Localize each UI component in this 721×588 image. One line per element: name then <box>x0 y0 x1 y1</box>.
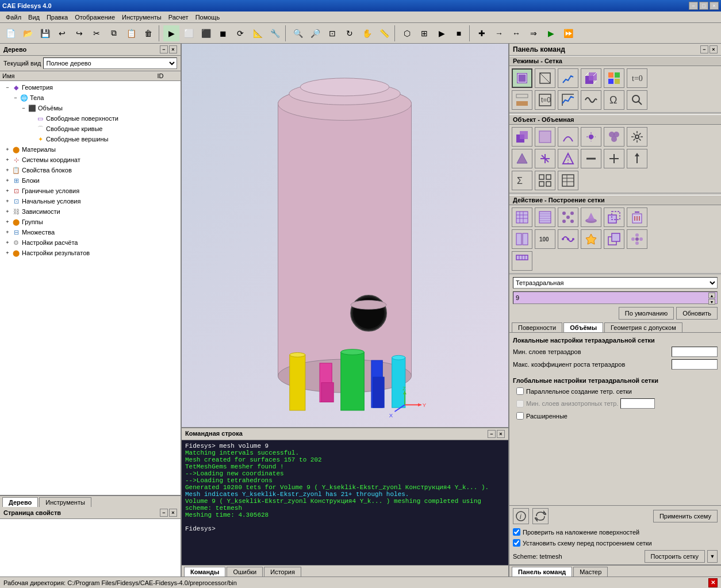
tree-item-bodies[interactable]: − 🌐 Тела <box>1 93 179 103</box>
tree-item-groups[interactable]: + ⬤ Группы <box>1 217 179 227</box>
close-button[interactable]: × <box>710 2 719 10</box>
set-scheme-checkbox[interactable] <box>513 539 520 547</box>
menu-calc[interactable]: Расчет <box>165 13 192 22</box>
mode-table-btn[interactable]: t=0 <box>535 90 555 110</box>
menu-help[interactable]: Помощь <box>192 13 224 22</box>
cmd-minimize-btn[interactable]: − <box>488 430 496 438</box>
act-quality-btn[interactable] <box>581 229 601 249</box>
tb-copy[interactable]: ⧉ <box>106 25 122 41</box>
mode-color-btn[interactable] <box>604 68 624 88</box>
tb-play[interactable]: ▶ <box>543 25 559 41</box>
menu-file[interactable]: Файл <box>2 13 25 22</box>
footer-tab-master[interactable]: Мастер <box>573 567 608 577</box>
expand-results[interactable]: + <box>3 249 11 257</box>
advanced-checkbox[interactable] <box>516 412 524 420</box>
tree-item-free-curves[interactable]: ⌒ Свободные кривые <box>1 124 179 134</box>
obj-line-btn[interactable] <box>581 149 601 168</box>
tb-save[interactable]: 💾 <box>37 25 53 41</box>
tree-item-sets[interactable]: + ⊟ Множества <box>1 227 179 237</box>
max-growth-input[interactable] <box>672 359 718 370</box>
obj-sigma-btn[interactable]: Σ <box>512 171 532 190</box>
tb-measure[interactable]: 📏 <box>376 25 392 41</box>
min-aniso-input[interactable] <box>620 398 655 409</box>
act-smooth-btn[interactable] <box>558 229 578 249</box>
tree-item-initial[interactable]: + ⊡ Начальные условия <box>1 196 179 206</box>
tb-paste[interactable]: 📋 <box>123 25 139 41</box>
tb-run[interactable]: ▶ <box>434 25 450 41</box>
act-bar-btn[interactable] <box>512 251 532 271</box>
tb-select[interactable]: ▶ <box>163 25 179 41</box>
tb-cut[interactable]: ✂ <box>89 25 105 41</box>
tree-item-free-vertices[interactable]: ✦ Свободные вершины <box>1 134 179 144</box>
menu-tools[interactable]: Инструменты <box>118 13 165 22</box>
tab-tree[interactable]: Дерево <box>2 497 38 507</box>
expand-sets[interactable]: + <box>3 228 11 236</box>
obj-curve-btn[interactable] <box>558 127 578 147</box>
tree-item-dependencies[interactable]: + ⛓ Зависимости <box>1 206 179 217</box>
tree-item-materials[interactable]: + ⬤ Материалы <box>1 144 179 155</box>
parallel-checkbox[interactable] <box>516 387 524 395</box>
obj-table2-btn[interactable] <box>558 171 578 190</box>
tb-btn2[interactable]: ⬜ <box>181 25 197 41</box>
refresh-btn[interactable] <box>532 508 549 524</box>
act-copy-mesh-btn[interactable] <box>604 207 624 227</box>
check-overlap-checkbox[interactable] <box>513 528 520 536</box>
right-close-btn[interactable]: × <box>710 45 718 53</box>
tree-item-free-surfaces[interactable]: ▭ Свободные поверхности <box>1 113 179 124</box>
obj-grid-btn[interactable] <box>535 171 555 190</box>
tree-item-block-props[interactable]: + 📋 Свойства блоков <box>1 165 179 175</box>
build-mesh-btn[interactable]: Построить сетку <box>645 550 705 563</box>
obj-tetra-btn[interactable] <box>512 149 532 168</box>
tree-item-result-settings[interactable]: + ⬤ Настройки результатов <box>1 248 179 258</box>
tb-fast[interactable]: ⏩ <box>560 25 576 41</box>
tab-commands[interactable]: Команды <box>184 567 225 577</box>
tab-volumes[interactable]: Объёмы <box>563 322 603 332</box>
update-btn[interactable]: Обновить <box>676 307 718 320</box>
expand-initial[interactable]: + <box>3 197 11 205</box>
act-submesh-btn[interactable] <box>535 207 555 227</box>
menu-edit[interactable]: Правка <box>43 13 71 22</box>
tree-item-geometry[interactable]: − ◆ Геометрия <box>1 82 179 93</box>
tree-item-blocks[interactable]: + ⊞ Блоки <box>1 175 179 186</box>
mode-omega-btn[interactable]: Ω <box>604 90 624 110</box>
mesh-value-input[interactable] <box>513 291 718 304</box>
right-minimize-btn[interactable]: − <box>700 45 708 53</box>
act-mesh-btn[interactable] <box>512 207 532 227</box>
tree-item-boundary[interactable]: + ⊡ Граничные условия <box>1 186 179 196</box>
tb-delete[interactable]: 🗑 <box>140 25 156 41</box>
tb-redo[interactable]: ↪ <box>71 25 87 41</box>
spinner-up[interactable]: ▲ <box>708 293 715 298</box>
tb-undo[interactable]: ↩ <box>54 25 70 41</box>
tab-geometry-tolerance[interactable]: Геометрия с допуском <box>604 322 682 332</box>
tab-tools[interactable]: Инструменты <box>39 497 91 507</box>
minimize-button[interactable]: − <box>689 2 698 10</box>
act-split-btn[interactable] <box>512 229 532 249</box>
tree-item-coord-systems[interactable]: + ⊹ Системы координат <box>1 155 179 165</box>
tree-item-volumes[interactable]: − ⬛ Объёмы <box>1 103 179 113</box>
spinner-down[interactable]: ▼ <box>708 299 715 305</box>
tab-history[interactable]: История <box>264 567 301 577</box>
expand-volumes[interactable]: − <box>20 104 28 112</box>
viewport-3d[interactable]: Y Z X <box>182 44 508 427</box>
mode-search-btn[interactable] <box>627 90 647 110</box>
act-hat-btn[interactable] <box>581 207 601 227</box>
tb-plus[interactable]: ✚ <box>474 25 490 41</box>
min-layers-input[interactable] <box>672 347 718 357</box>
tb-zoom-in[interactable]: 🔍 <box>290 25 306 41</box>
act-transform-btn[interactable] <box>604 229 624 249</box>
build-mesh-dropdown[interactable]: ▼ <box>707 550 718 563</box>
tb-mesh[interactable]: ⬡ <box>399 25 415 41</box>
props-minimize-btn[interactable]: − <box>160 509 168 517</box>
footer-tab-commands[interactable]: Панель команд <box>512 567 572 577</box>
obj-tri-btn[interactable] <box>558 149 578 168</box>
min-aniso-checkbox[interactable] <box>516 400 524 408</box>
tb-stop[interactable]: ■ <box>451 25 467 41</box>
mesh-type-select[interactable]: Тетраэдральная <box>513 277 718 289</box>
obj-plus-btn[interactable] <box>604 149 624 168</box>
obj-settings-btn[interactable] <box>627 127 647 147</box>
mode-wire-btn[interactable] <box>535 68 555 88</box>
expand-free-surfaces[interactable] <box>28 114 36 122</box>
expand-deps[interactable]: + <box>3 207 11 216</box>
tb-arrow-right[interactable]: → <box>491 25 507 41</box>
mode-graph2-btn[interactable] <box>558 90 578 110</box>
